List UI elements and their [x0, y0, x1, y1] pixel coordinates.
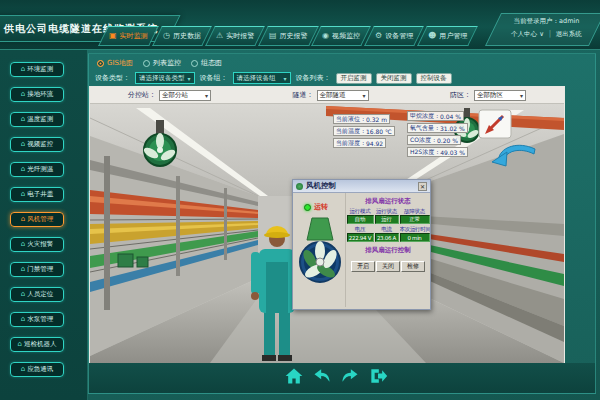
sidebar-item[interactable]: ⌂ 水泵管理 — [10, 312, 64, 327]
field-value: 正常 — [400, 215, 430, 224]
dialog-body: 运转 — [293, 193, 430, 309]
user-panel: 当前登录用户：admin 个人中心 ∨ │ 退出系统 — [485, 13, 600, 46]
sensor-value: 31.02 % — [440, 125, 465, 132]
fan-fields-grid: 运行模式 自动 运行状态 运行 故障状态 — [346, 208, 430, 242]
filter-select[interactable]: 全部隧道 ▾ — [317, 90, 369, 101]
tab-label: 视频监控 — [332, 31, 360, 41]
sidebar-item-label: 水泵管理 — [27, 315, 53, 324]
house-icon: ⌂ — [21, 316, 25, 323]
current-user-label: 当前登录用户：admin — [495, 17, 597, 26]
filter-value: 全部分站 — [162, 91, 188, 100]
forward-arrow-icon — [340, 366, 360, 386]
device-type-select[interactable]: 请选择设备类型 ▾ — [135, 72, 195, 84]
chevron-down-icon: ▾ — [188, 75, 191, 82]
sensor-label: CO浓度： — [410, 136, 437, 145]
device-action-button[interactable]: 开启监测 — [336, 73, 372, 84]
filter-label: 分控站： — [128, 90, 156, 100]
sidebar-item[interactable]: ⌂ 接地环流 — [10, 87, 64, 102]
view-mode-radio[interactable]: GIS地图 — [97, 58, 133, 68]
sidebar-item[interactable]: ⌂ 门禁管理 — [10, 262, 64, 277]
chevron-down-icon: ▾ — [284, 75, 287, 82]
field-label: 电流 — [375, 226, 399, 233]
sensor-value: 0.20 % — [437, 137, 458, 144]
sidebar-item[interactable]: ⌂ 温度监测 — [10, 112, 64, 127]
sensor-value: 0.32 m — [366, 116, 387, 123]
device-action-button[interactable]: 控制设备 — [416, 73, 452, 84]
sensor-readout: CO浓度： 0.20 % — [407, 135, 461, 145]
sidebar-item[interactable]: ⌂ 巡检机器人 — [10, 337, 64, 352]
radio-dot-icon — [191, 60, 198, 67]
tab-label: 实时监测 — [120, 31, 148, 41]
sidebar-item[interactable]: ⌂ 应急通讯 — [10, 362, 64, 377]
field-label: 运行模式 — [347, 208, 374, 215]
nav-tab[interactable]: ◷ 历史数据 — [152, 26, 212, 46]
radio-label: GIS地图 — [107, 58, 133, 68]
fan-field: 故障状态 正常 — [400, 208, 430, 224]
sensor-readout: 甲烷浓度： 0.04 % — [407, 111, 464, 121]
fan-control-button[interactable]: 开启 — [351, 261, 375, 272]
chevron-down-icon: ▾ — [520, 92, 523, 99]
sidebar-item[interactable]: ⌂ 风机管理 — [10, 212, 64, 227]
field-value: 222.94 V — [347, 233, 374, 242]
home-button[interactable] — [284, 366, 304, 386]
house-icon: ⌂ — [21, 191, 25, 198]
fan-control-button[interactable]: 关闭 — [376, 261, 400, 272]
field-value: 自动 — [347, 215, 374, 224]
sidebar-item-label: 视频监控 — [27, 140, 53, 149]
sensor-value: 0.04 % — [440, 113, 461, 120]
sensor-readouts-left: 当前液位： 0.32 m 当前温度： 16.80 ℃ 当前湿度： 94.92 — [333, 114, 395, 148]
dialog-titlebar[interactable]: 风机控制 ✕ — [293, 180, 430, 193]
exit-button[interactable] — [368, 366, 388, 386]
divider: │ — [548, 30, 552, 39]
logout-button[interactable]: 退出系统 — [556, 30, 582, 39]
device-list-label: 设备列表： — [296, 73, 331, 83]
wall-equipment-box — [137, 257, 148, 267]
nav-tab[interactable]: ◉ 视频监控 — [311, 26, 371, 46]
fan-field: 电流 23.06 A — [375, 226, 399, 242]
fan-control-button[interactable]: 检修 — [401, 261, 425, 272]
forward-button[interactable] — [340, 366, 360, 386]
filter-value: 全部隧道 — [320, 91, 346, 100]
back-arrow-icon — [312, 366, 332, 386]
field-value: 23.06 A — [375, 233, 399, 242]
back-button[interactable] — [312, 366, 332, 386]
sidebar-item[interactable]: ⌂ 人员定位 — [10, 287, 64, 302]
sensor-label: H2S浓度： — [410, 148, 440, 157]
fan-control-dialog: 风机控制 ✕ 运转 — [292, 179, 431, 310]
sidebar-item[interactable]: ⌂ 火灾报警 — [10, 237, 64, 252]
sidebar-item[interactable]: ⌂ 视频监控 — [10, 137, 64, 152]
close-icon[interactable]: ✕ — [418, 182, 427, 191]
filter-select[interactable]: 全部分站 ▾ — [159, 90, 211, 101]
view-mode-radio[interactable]: 列表监控 — [143, 58, 181, 68]
nav-tab[interactable]: ▤ 历史报警 — [258, 26, 318, 46]
device-group-select[interactable]: 请选择设备组 ▾ — [233, 72, 291, 84]
exit-icon — [368, 366, 388, 386]
scene-filter-group: 防区： 全部防区 ▾ — [450, 90, 526, 101]
tab-icon: ▣ — [109, 32, 117, 40]
filter-select[interactable]: 全部防区 ▾ — [474, 90, 526, 101]
bottom-nav-bar — [284, 366, 388, 386]
compass-indicator — [478, 109, 512, 139]
nav-tab[interactable]: ⚙ 设备管理 — [364, 26, 424, 46]
device-action-button[interactable]: 关闭监测 — [376, 73, 412, 84]
chevron-down-icon: ▾ — [362, 92, 365, 99]
sidebar-item[interactable]: ⌂ 光纤测温 — [10, 162, 64, 177]
view-mode-radio[interactable]: 组态图 — [191, 58, 222, 68]
tab-label: 历史报警 — [279, 31, 307, 41]
filter-label: 防区： — [450, 90, 471, 100]
fan-field: 本次运行时间 0 min — [400, 226, 430, 242]
tab-label: 实时报警 — [226, 31, 254, 41]
tab-label: 用户管理 — [440, 31, 468, 41]
sidebar-item[interactable]: ⌂ 环境监测 — [10, 62, 64, 77]
nav-tab[interactable]: ⚠ 实时报警 — [205, 26, 265, 46]
nav-tab[interactable]: ☻ 用户管理 — [418, 26, 479, 46]
field-label: 电压 — [347, 226, 374, 233]
sidebar-item-label: 火灾报警 — [27, 240, 53, 249]
house-icon: ⌂ — [21, 291, 25, 298]
nav-tab[interactable]: ▣ 实时监测 — [98, 26, 158, 46]
personal-center-menu[interactable]: 个人中心 ∨ — [511, 30, 544, 39]
sidebar-item-label: 电子井盖 — [27, 190, 53, 199]
sidebar-item[interactable]: ⌂ 电子井盖 — [10, 187, 64, 202]
sensor-readouts-right: 甲烷浓度： 0.04 % 氧气含量： 31.02 % CO浓度： 0.20 % — [407, 111, 468, 157]
navigate-back-arrow-icon[interactable] — [490, 139, 538, 173]
